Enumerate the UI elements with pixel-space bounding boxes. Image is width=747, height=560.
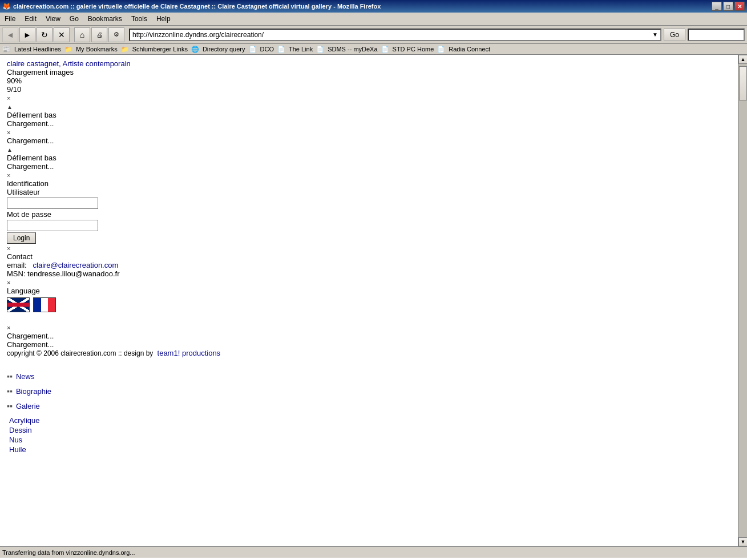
nav-dots-biographie: ▪▪ [7,386,13,396]
x-mark-1: × [7,95,10,102]
bookmark-stdpc-icon: 📄 [381,46,389,53]
chargement-3: Chargement... [7,162,54,171]
nav-galerie-row: ▪▪ Galerie [7,401,731,410]
menu-edit[interactable]: Edit [20,14,41,24]
nav-news-link[interactable]: News [16,372,35,381]
nav-biographie-link[interactable]: Biographie [16,387,51,396]
scrollbar-thumb[interactable] [739,66,747,100]
menu-bar: File Edit View Go Bookmarks Tools Help [0,13,747,26]
x-mark-4: × [7,245,10,252]
defilement-bas-1: Défilement bas [7,111,56,119]
bookmark-radia-icon: 📄 [437,46,445,53]
bookmark-dco-icon: 📄 [249,46,257,53]
chargement-2: Chargement... [7,136,54,145]
status-text: Transferring data from vinzzonline.dyndn… [2,549,135,556]
bookmark-directory-icon: 🌐 [191,46,199,53]
settings-button[interactable]: ⚙ [108,27,124,42]
nav-dots-galerie: ▪▪ [7,401,13,410]
chargement-1: Chargement... [7,119,54,128]
language-title: Language [7,287,40,295]
msn-label: MSN: tendresse.lilou@wanadoo.fr [7,269,119,278]
menu-tools[interactable]: Tools [127,14,152,24]
nav-nus-link[interactable]: Nus [9,436,731,444]
bookmark-thelink[interactable]: The Link [286,45,315,53]
menu-help[interactable]: Help [152,14,175,24]
site-title-link[interactable]: claire castagnet, Artiste contemporain [7,59,131,68]
username-input[interactable] [7,198,98,209]
arrow-mark-2: ▲ [7,147,13,153]
nav-dots-news: ▪▪ [7,372,13,381]
language-french-button[interactable] [33,297,56,312]
percent-90: 90% [7,76,22,85]
bookmark-schlumberger[interactable]: Schlumberger Links [130,45,190,53]
stop-button[interactable]: ✕ [54,27,70,42]
menu-view[interactable]: View [41,14,65,24]
x-mark-2: × [7,129,10,136]
bookmark-radia[interactable]: Radia Connect [446,45,492,53]
scroll-down-button[interactable]: ▼ [738,537,747,546]
password-input[interactable] [7,220,98,231]
search-field[interactable] [688,29,745,41]
x-mark-5: × [7,279,10,286]
identification-title: Identification [7,179,49,188]
x-mark-3: × [7,172,10,179]
nav-huile-link[interactable]: Huile [9,445,731,454]
copyright-text: copyright © 2006 clairecreation.com :: d… [7,349,153,357]
chargement-4: Chargement... [7,332,54,340]
home-button[interactable]: ⌂ [74,27,90,42]
defilement-bas-2: Défilement bas [7,154,56,162]
team1-link[interactable]: team1! productions [158,349,221,357]
address-dropdown-icon[interactable]: ▼ [652,31,658,38]
bookmark-schlumberger-icon: 📁 [121,46,129,53]
content-area: claire castagnet, Artiste contemporain C… [0,55,738,546]
login-button[interactable]: Login [7,232,36,244]
menu-go[interactable]: Go [65,14,83,24]
reload-button[interactable]: ↻ [37,27,53,42]
arrow-mark-1: ▲ [7,104,13,110]
close-button[interactable]: ✕ [734,2,745,11]
bookmark-my-bookmarks-icon: 📁 [64,46,72,53]
title-bar: 🦊 clairecreation.com :: galerie virtuell… [0,0,747,13]
scroll-up-button[interactable]: ▲ [738,55,747,64]
back-button[interactable]: ◄ [2,27,18,42]
bookmark-dco[interactable]: DCO [258,45,276,53]
bookmarks-bar: 📰 Latest Headlines 📁 My Bookmarks 📁 Schl… [0,44,747,55]
browser-main: claire castagnet, Artiste contemporain C… [0,55,747,546]
browser-favicon: 🦊 [2,2,11,10]
forward-button[interactable]: ► [19,27,35,42]
search-input[interactable] [691,31,741,38]
nav-dessin-link[interactable]: Dessin [9,426,731,434]
nav-biographie-row: ▪▪ Biographie [7,386,731,396]
utilisateur-label: Utilisateur [7,188,40,196]
minimize-button[interactable]: _ [712,2,722,11]
menu-file[interactable]: File [0,14,20,24]
address-input[interactable] [132,31,652,39]
toolbar: ◄ ► ↻ ✕ ⌂ 🖨 ⚙ ▼ Go [0,26,747,44]
bookmark-sdms[interactable]: SDMS -- myDeXa [325,45,379,53]
chargement-5: Chargement... [7,340,54,349]
bookmark-latest-headlines[interactable]: Latest Headlines [12,45,63,53]
nav-acrylique-link[interactable]: Acrylique [9,416,731,425]
email-link[interactable]: claire@clairecreation.com [33,261,119,269]
fraction-9-10: 9/10 [7,85,21,94]
contact-title: Contact [7,252,33,261]
nav-sub-links: Acrylique Dessin Nus Huile [7,416,731,454]
nav-galerie-link[interactable]: Galerie [16,402,40,410]
status-bar: Transferring data from vinzzonline.dyndn… [0,546,747,558]
scrollbar: ▲ ▼ [738,55,747,546]
loading-images-label: Chargement images [7,68,74,76]
bookmark-stdpc[interactable]: STD PC Home [390,45,437,53]
bookmark-my-bookmarks[interactable]: My Bookmarks [74,45,120,53]
nav-news-row: ▪▪ News [7,372,731,381]
bookmark-sdms-icon: 📄 [316,46,324,53]
mot-de-passe-label: Mot de passe [7,210,51,219]
print-button[interactable]: 🖨 [91,27,107,42]
bookmark-directory[interactable]: Directory query [200,45,248,53]
menu-bookmarks[interactable]: Bookmarks [83,14,127,24]
go-button[interactable]: Go [664,29,685,41]
rss-icon: 📰 [2,45,11,53]
scrollbar-track[interactable] [738,64,747,537]
language-english-button[interactable] [7,297,30,312]
email-label: email: [7,261,27,269]
maximize-button[interactable]: □ [723,2,733,11]
